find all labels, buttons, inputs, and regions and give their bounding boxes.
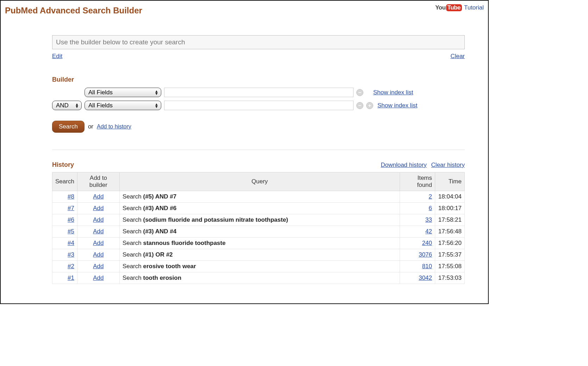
search-id-link[interactable]: #7 — [68, 205, 74, 212]
search-row: Search or Add to history — [52, 121, 465, 133]
query-cell: Search (#3) AND #6 — [119, 203, 400, 214]
time-cell: 17:55:08 — [435, 261, 465, 272]
page-title: PubMed Advanced Search Builder — [5, 6, 142, 15]
time-cell: 18:04:04 — [435, 191, 465, 203]
items-found-link[interactable]: 3042 — [419, 274, 432, 281]
field-select[interactable]: All Fields — [85, 88, 161, 97]
query-box-links: Edit Clear — [52, 53, 465, 60]
history-header: History Download history Clear history — [52, 161, 465, 169]
field-select-wrap: All Fields ▲▼ — [85, 101, 161, 110]
add-to-builder-link[interactable]: Add — [93, 240, 104, 246]
search-button[interactable]: Search — [52, 121, 85, 133]
youtube-icon: YouTube — [435, 4, 462, 11]
items-found-link[interactable]: 240 — [422, 240, 432, 246]
header: PubMed Advanced Search Builder YouTube T… — [5, 4, 484, 15]
history-table: Search Add to builder Query Items found … — [52, 172, 465, 284]
field-select-wrap: All Fields ▲▼ — [85, 88, 161, 97]
search-id-link[interactable]: #2 — [68, 263, 74, 270]
items-found-link[interactable]: 42 — [425, 228, 432, 235]
col-query: Query — [119, 172, 400, 191]
query-cell: Search (#1) OR #2 — [119, 249, 400, 261]
time-cell: 17:58:21 — [435, 214, 465, 226]
search-id-link[interactable]: #6 — [68, 216, 74, 223]
divider — [52, 150, 465, 150]
col-search: Search — [52, 172, 77, 191]
clear-history-link[interactable]: Clear history — [431, 162, 465, 168]
query-cell: Search (#5) AND #7 — [119, 191, 400, 203]
query-cell: Search (sodium fluoride and potassium ni… — [119, 214, 400, 226]
add-to-builder-link[interactable]: Add — [93, 263, 104, 270]
or-text: or — [88, 123, 93, 130]
table-row: #2AddSearch erosive tooth wear81017:55:0… — [52, 261, 465, 272]
history-heading: History — [52, 161, 74, 169]
items-found-link[interactable]: 810 — [422, 263, 432, 270]
table-row: #8AddSearch (#5) AND #7218:04:04 — [52, 191, 465, 203]
time-cell: 17:56:48 — [435, 226, 465, 238]
items-found-link[interactable]: 33 — [425, 216, 432, 223]
search-id-link[interactable]: #5 — [68, 228, 74, 235]
tutorial-link[interactable]: Tutorial — [464, 4, 484, 11]
history-links: Download history Clear history — [381, 162, 465, 169]
query-box[interactable] — [52, 35, 465, 49]
query-cell: Search erosive tooth wear — [119, 261, 400, 272]
builder-heading: Builder — [52, 76, 465, 83]
term-input[interactable] — [164, 101, 354, 110]
show-index-link[interactable]: Show index list — [377, 102, 417, 109]
add-to-builder-link[interactable]: Add — [93, 228, 104, 235]
remove-row-button[interactable]: − — [356, 89, 363, 96]
add-to-history-link[interactable]: Add to history — [97, 124, 131, 130]
operator-select[interactable]: AND — [52, 101, 82, 110]
search-id-link[interactable]: #3 — [68, 251, 74, 258]
field-select[interactable]: All Fields — [85, 101, 161, 110]
query-cell: Search tooth erosion — [119, 272, 400, 284]
history-header-row: Search Add to builder Query Items found … — [52, 172, 465, 191]
remove-row-button[interactable]: − — [356, 102, 363, 109]
search-id-link[interactable]: #4 — [68, 240, 74, 246]
search-id-link[interactable]: #1 — [68, 274, 74, 281]
tutorial-block: YouTube Tutorial — [435, 4, 484, 11]
download-history-link[interactable]: Download history — [381, 162, 426, 168]
add-to-builder-link[interactable]: Add — [93, 193, 104, 200]
add-row-button[interactable]: + — [366, 102, 373, 109]
table-row: #4AddSearch stannous fluoride toothpaste… — [52, 238, 465, 249]
content: Edit Clear Builder All Fields ▲▼ − Show … — [52, 35, 465, 284]
search-id-link[interactable]: #8 — [68, 193, 74, 200]
builder-row: All Fields ▲▼ − Show index list — [52, 88, 465, 97]
query-cell: Search (#3) AND #4 — [119, 226, 400, 238]
table-row: #3AddSearch (#1) OR #2307617:55:37 — [52, 249, 465, 261]
time-cell: 18:00:17 — [435, 203, 465, 214]
add-to-builder-link[interactable]: Add — [93, 251, 104, 258]
query-cell: Search stannous fluoride toothpaste — [119, 238, 400, 249]
items-found-link[interactable]: 6 — [429, 205, 432, 212]
edit-link[interactable]: Edit — [52, 53, 62, 60]
table-row: #5AddSearch (#3) AND #44217:56:48 — [52, 226, 465, 238]
show-index-link[interactable]: Show index list — [373, 89, 413, 96]
table-row: #7AddSearch (#3) AND #6618:00:17 — [52, 203, 465, 214]
builder-row: AND ▲▼ All Fields ▲▼ − + Show index list — [52, 101, 465, 110]
time-cell: 17:56:20 — [435, 238, 465, 249]
col-add: Add to builder — [77, 172, 119, 191]
clear-link[interactable]: Clear — [450, 53, 465, 60]
time-cell: 17:53:03 — [435, 272, 465, 284]
page-frame: PubMed Advanced Search Builder YouTube T… — [0, 0, 489, 304]
items-found-link[interactable]: 2 — [429, 193, 432, 200]
operator-select-wrap: AND ▲▼ — [52, 101, 82, 110]
table-row: #1AddSearch tooth erosion304217:53:03 — [52, 272, 465, 284]
add-to-builder-link[interactable]: Add — [93, 274, 104, 281]
term-input[interactable] — [164, 88, 354, 97]
add-to-builder-link[interactable]: Add — [93, 205, 104, 212]
table-row: #6AddSearch (sodium fluoride and potassi… — [52, 214, 465, 226]
add-to-builder-link[interactable]: Add — [93, 216, 104, 223]
col-time: Time — [435, 172, 465, 191]
time-cell: 17:55:37 — [435, 249, 465, 261]
col-items: Items found — [400, 172, 435, 191]
items-found-link[interactable]: 3076 — [419, 251, 432, 258]
